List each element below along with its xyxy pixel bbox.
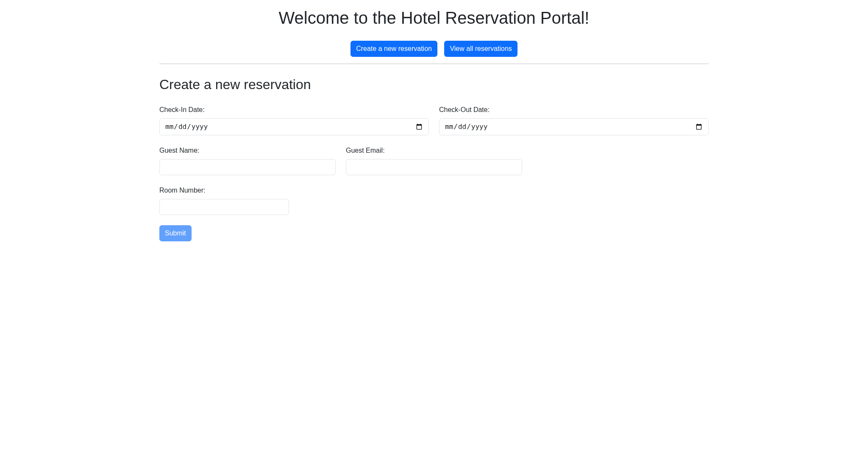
divider xyxy=(159,64,709,64)
guest-email-label: Guest Email: xyxy=(346,145,522,156)
reservation-form: Check-In Date: Check-Out Date: Guest Nam… xyxy=(159,98,709,241)
room-number-input[interactable] xyxy=(159,199,289,215)
submit-button[interactable]: Submit xyxy=(159,225,192,241)
checkin-date-label: Check-In Date: xyxy=(159,105,429,115)
checkout-date-label: Check-Out Date: xyxy=(439,105,709,115)
view-reservations-button[interactable]: View all reservations xyxy=(444,41,517,57)
guest-name-label: Guest Name: xyxy=(159,145,336,156)
form-heading: Create a new reservation xyxy=(159,74,709,95)
nav-button-row: Create a new reservation View all reserv… xyxy=(159,41,709,57)
checkin-date-input[interactable] xyxy=(159,118,429,135)
guest-email-input[interactable] xyxy=(346,159,522,175)
create-reservation-button[interactable]: Create a new reservation xyxy=(351,41,437,57)
page-title: Welcome to the Hotel Reservation Portal! xyxy=(159,5,709,31)
room-number-label: Room Number: xyxy=(159,185,289,196)
checkout-date-input[interactable] xyxy=(439,118,709,135)
guest-name-input[interactable] xyxy=(159,159,336,175)
